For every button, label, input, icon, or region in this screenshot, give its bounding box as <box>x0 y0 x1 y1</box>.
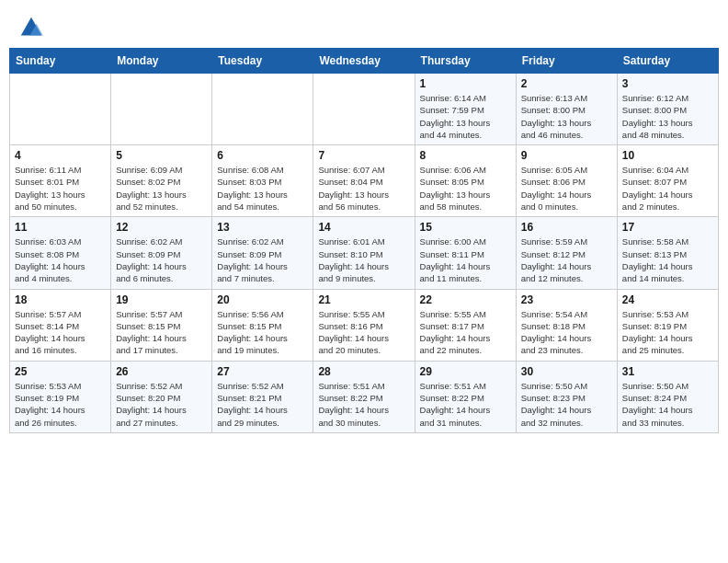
day-info: Sunrise: 5:55 AM Sunset: 8:16 PM Dayligh… <box>318 308 409 357</box>
day-header-thursday: Thursday <box>415 49 516 74</box>
day-number: 19 <box>116 293 207 306</box>
week-row-4: 18Sunrise: 5:57 AM Sunset: 8:14 PM Dayli… <box>10 289 719 361</box>
day-number: 9 <box>521 149 612 162</box>
day-info: Sunrise: 5:57 AM Sunset: 8:14 PM Dayligh… <box>15 308 106 357</box>
day-number: 11 <box>15 221 106 234</box>
day-info: Sunrise: 5:55 AM Sunset: 8:17 PM Dayligh… <box>420 308 511 357</box>
day-info: Sunrise: 6:09 AM Sunset: 8:02 PM Dayligh… <box>116 164 207 213</box>
day-info: Sunrise: 6:07 AM Sunset: 8:04 PM Dayligh… <box>318 164 409 213</box>
calendar-cell: 1Sunrise: 6:14 AM Sunset: 7:59 PM Daylig… <box>415 74 516 145</box>
day-number: 12 <box>116 221 207 234</box>
day-number: 4 <box>15 149 106 162</box>
day-info: Sunrise: 5:53 AM Sunset: 8:19 PM Dayligh… <box>15 380 106 429</box>
day-number: 29 <box>420 365 511 378</box>
day-info: Sunrise: 6:12 AM Sunset: 8:00 PM Dayligh… <box>622 92 713 141</box>
page-wrapper: SundayMondayTuesdayWednesdayThursdayFrid… <box>0 0 728 442</box>
calendar-cell: 30Sunrise: 5:50 AM Sunset: 8:23 PM Dayli… <box>516 361 617 432</box>
calendar-cell: 28Sunrise: 5:51 AM Sunset: 8:22 PM Dayli… <box>313 361 415 432</box>
day-number: 20 <box>217 293 308 306</box>
day-info: Sunrise: 6:03 AM Sunset: 8:08 PM Dayligh… <box>15 236 106 284</box>
calendar-cell: 27Sunrise: 5:52 AM Sunset: 8:21 PM Dayli… <box>212 361 313 432</box>
calendar-cell: 31Sunrise: 5:50 AM Sunset: 8:24 PM Dayli… <box>617 361 718 432</box>
calendar-cell: 25Sunrise: 5:53 AM Sunset: 8:19 PM Dayli… <box>10 361 111 432</box>
day-header-saturday: Saturday <box>617 49 718 74</box>
calendar-cell: 6Sunrise: 6:08 AM Sunset: 8:03 PM Daylig… <box>212 145 313 217</box>
day-number: 15 <box>420 221 511 234</box>
day-header-tuesday: Tuesday <box>212 49 313 74</box>
calendar-cell: 4Sunrise: 6:11 AM Sunset: 8:01 PM Daylig… <box>10 145 111 217</box>
day-number: 13 <box>217 221 308 234</box>
calendar-cell: 16Sunrise: 5:59 AM Sunset: 8:12 PM Dayli… <box>516 217 617 289</box>
calendar-body: 1Sunrise: 6:14 AM Sunset: 7:59 PM Daylig… <box>10 74 719 433</box>
day-info: Sunrise: 6:08 AM Sunset: 8:03 PM Dayligh… <box>217 164 308 213</box>
day-number: 17 <box>622 221 713 234</box>
calendar-cell: 5Sunrise: 6:09 AM Sunset: 8:02 PM Daylig… <box>111 145 212 217</box>
calendar-cell: 29Sunrise: 5:51 AM Sunset: 8:22 PM Dayli… <box>415 361 516 432</box>
calendar-cell: 22Sunrise: 5:55 AM Sunset: 8:17 PM Dayli… <box>415 289 516 361</box>
calendar-cell <box>10 74 111 145</box>
header <box>0 0 728 48</box>
calendar-cell: 20Sunrise: 5:56 AM Sunset: 8:15 PM Dayli… <box>212 289 313 361</box>
day-number: 31 <box>622 365 713 378</box>
day-header-wednesday: Wednesday <box>313 49 415 74</box>
day-info: Sunrise: 5:50 AM Sunset: 8:23 PM Dayligh… <box>521 380 612 429</box>
day-info: Sunrise: 6:02 AM Sunset: 8:09 PM Dayligh… <box>217 236 308 284</box>
calendar-cell: 13Sunrise: 6:02 AM Sunset: 8:09 PM Dayli… <box>212 217 313 289</box>
day-info: Sunrise: 6:14 AM Sunset: 7:59 PM Dayligh… <box>420 92 511 141</box>
calendar-header: SundayMondayTuesdayWednesdayThursdayFrid… <box>10 49 719 74</box>
calendar-cell: 24Sunrise: 5:53 AM Sunset: 8:19 PM Dayli… <box>617 289 718 361</box>
day-info: Sunrise: 6:13 AM Sunset: 8:00 PM Dayligh… <box>521 92 612 141</box>
calendar-cell: 3Sunrise: 6:12 AM Sunset: 8:00 PM Daylig… <box>617 74 718 145</box>
calendar-cell: 2Sunrise: 6:13 AM Sunset: 8:00 PM Daylig… <box>516 74 617 145</box>
day-header-sunday: Sunday <box>10 49 111 74</box>
calendar-cell: 11Sunrise: 6:03 AM Sunset: 8:08 PM Dayli… <box>10 217 111 289</box>
day-info: Sunrise: 5:51 AM Sunset: 8:22 PM Dayligh… <box>318 380 409 429</box>
day-info: Sunrise: 5:56 AM Sunset: 8:15 PM Dayligh… <box>217 308 308 357</box>
day-number: 6 <box>217 149 308 162</box>
day-number: 1 <box>420 77 511 90</box>
day-info: Sunrise: 5:57 AM Sunset: 8:15 PM Dayligh… <box>116 308 207 357</box>
calendar-cell: 14Sunrise: 6:01 AM Sunset: 8:10 PM Dayli… <box>313 217 415 289</box>
calendar-cell: 10Sunrise: 6:04 AM Sunset: 8:07 PM Dayli… <box>617 145 718 217</box>
day-info: Sunrise: 5:54 AM Sunset: 8:18 PM Dayligh… <box>521 308 612 357</box>
calendar-cell: 9Sunrise: 6:05 AM Sunset: 8:06 PM Daylig… <box>516 145 617 217</box>
day-header-friday: Friday <box>516 49 617 74</box>
day-info: Sunrise: 6:05 AM Sunset: 8:06 PM Dayligh… <box>521 164 612 213</box>
day-number: 16 <box>521 221 612 234</box>
day-number: 24 <box>622 293 713 306</box>
calendar-cell: 19Sunrise: 5:57 AM Sunset: 8:15 PM Dayli… <box>111 289 212 361</box>
day-number: 30 <box>521 365 612 378</box>
day-number: 28 <box>318 365 409 378</box>
day-info: Sunrise: 5:50 AM Sunset: 8:24 PM Dayligh… <box>622 380 713 429</box>
calendar-cell: 8Sunrise: 6:06 AM Sunset: 8:05 PM Daylig… <box>415 145 516 217</box>
day-number: 2 <box>521 77 612 90</box>
calendar-cell <box>111 74 212 145</box>
day-number: 8 <box>420 149 511 162</box>
day-info: Sunrise: 5:52 AM Sunset: 8:20 PM Dayligh… <box>116 380 207 429</box>
calendar-cell: 18Sunrise: 5:57 AM Sunset: 8:14 PM Dayli… <box>10 289 111 361</box>
day-number: 26 <box>116 365 207 378</box>
logo <box>18 15 48 40</box>
calendar-cell: 7Sunrise: 6:07 AM Sunset: 8:04 PM Daylig… <box>313 145 415 217</box>
day-info: Sunrise: 6:11 AM Sunset: 8:01 PM Dayligh… <box>15 164 106 213</box>
calendar-cell: 17Sunrise: 5:58 AM Sunset: 8:13 PM Dayli… <box>617 217 718 289</box>
day-info: Sunrise: 5:59 AM Sunset: 8:12 PM Dayligh… <box>521 236 612 284</box>
day-info: Sunrise: 6:00 AM Sunset: 8:11 PM Dayligh… <box>420 236 511 284</box>
day-info: Sunrise: 5:51 AM Sunset: 8:22 PM Dayligh… <box>420 380 511 429</box>
day-number: 27 <box>217 365 308 378</box>
day-number: 3 <box>622 77 713 90</box>
logo-icon <box>18 15 44 40</box>
day-info: Sunrise: 5:58 AM Sunset: 8:13 PM Dayligh… <box>622 236 713 284</box>
day-info: Sunrise: 6:04 AM Sunset: 8:07 PM Dayligh… <box>622 164 713 213</box>
day-number: 22 <box>420 293 511 306</box>
calendar-cell: 15Sunrise: 6:00 AM Sunset: 8:11 PM Dayli… <box>415 217 516 289</box>
day-headers-row: SundayMondayTuesdayWednesdayThursdayFrid… <box>10 49 719 74</box>
day-number: 7 <box>318 149 409 162</box>
calendar-cell <box>313 74 415 145</box>
calendar-wrapper: SundayMondayTuesdayWednesdayThursdayFrid… <box>0 48 728 442</box>
day-number: 23 <box>521 293 612 306</box>
day-info: Sunrise: 5:53 AM Sunset: 8:19 PM Dayligh… <box>622 308 713 357</box>
week-row-1: 1Sunrise: 6:14 AM Sunset: 7:59 PM Daylig… <box>10 74 719 145</box>
day-info: Sunrise: 6:06 AM Sunset: 8:05 PM Dayligh… <box>420 164 511 213</box>
day-header-monday: Monday <box>111 49 212 74</box>
